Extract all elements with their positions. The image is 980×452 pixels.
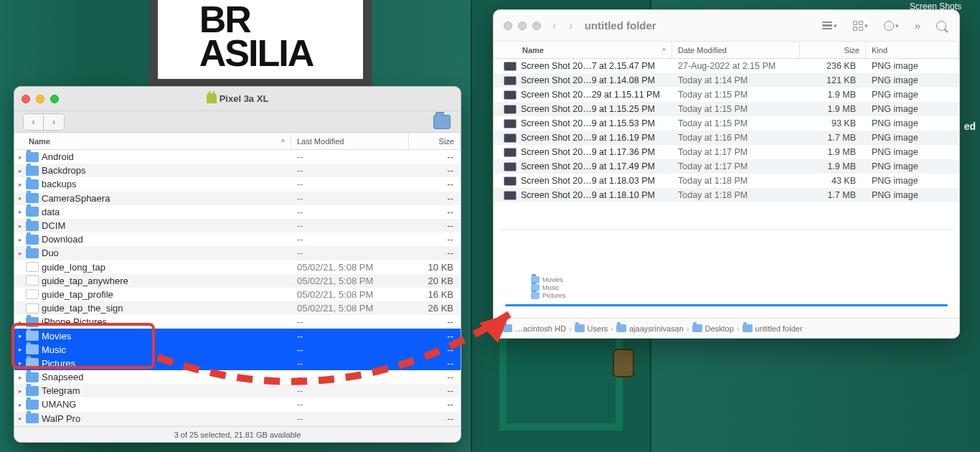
folder-row[interactable]: ▸Android----	[14, 150, 461, 164]
folder-row[interactable]: ▸CameraSphaera----	[14, 192, 461, 205]
toolbar: ‹ ›	[14, 111, 461, 133]
file-row[interactable]: Screen Shot 20…9 at 1.17.49 PMToday at 1…	[494, 159, 959, 174]
window-zoom-button[interactable]	[532, 22, 541, 30]
folder-row[interactable]: ▸UMANG----	[14, 397, 461, 411]
new-folder-button[interactable]	[433, 115, 451, 129]
disclosure-triangle-icon[interactable]: ▸	[14, 346, 26, 353]
item-size: --	[409, 344, 461, 355]
item-modified: 05/02/21, 5:08 PM	[291, 262, 409, 273]
file-row[interactable]: Screen Shot 20…9 at 1.15.53 PMToday at 1…	[494, 116, 959, 131]
folder-icon	[26, 331, 39, 341]
folder-row[interactable]: ▸Telegram----	[14, 384, 461, 397]
folder-row[interactable]: ▸Music----	[14, 343, 461, 357]
file-row[interactable]: Screen Shot 20…9 at 1.15.25 PMToday at 1…	[494, 102, 959, 116]
path-segment[interactable]: untitled folder	[755, 324, 803, 333]
disclosure-triangle-icon[interactable]: ▸	[14, 359, 26, 367]
item-name: Screen Shot 20…9 at 1.17.36 PM	[521, 147, 672, 157]
folder-row[interactable]: ▸Download----	[14, 232, 461, 246]
disclosure-triangle-icon[interactable]: ▸	[14, 181, 26, 188]
folder-row[interactable]: ▸Duo----	[14, 246, 461, 260]
file-row[interactable]: Screen Shot 20…9 at 1.18.03 PMToday at 1…	[494, 174, 959, 188]
nav-forward-button[interactable]: ›	[44, 114, 64, 130]
disclosure-triangle-icon[interactable]: ▸	[14, 208, 26, 215]
column-header-row[interactable]: Name^ Last Modified Size	[14, 133, 461, 150]
disclosure-triangle-icon[interactable]: ▸	[14, 154, 26, 161]
finder-window-pixel3a[interactable]: Pixel 3a XL ‹ › Name^ Last Modified Size…	[14, 86, 461, 443]
disclosure-triangle-icon[interactable]: ▸	[14, 236, 26, 243]
file-row[interactable]: Screen Shot 20…7 at 2.15.47 PM27-Aug-202…	[494, 59, 959, 73]
folder-icon	[26, 413, 39, 423]
file-row[interactable]: Screen Shot 20…29 at 1.15.11 PMToday at …	[494, 88, 959, 102]
titlebar[interactable]: Pixel 3a XL	[14, 87, 461, 111]
view-options-button[interactable]: ▾	[850, 19, 871, 33]
folder-row[interactable]: ▸Backdrops----	[14, 164, 461, 177]
file-row[interactable]: guide_long_tap05/02/21, 5:08 PM10 KB	[14, 260, 461, 274]
folder-row[interactable]: ▸iPhone Pictures----	[14, 315, 461, 329]
titlebar[interactable]: ‹ › untitled folder ▾ ▾ ···▾ »	[494, 10, 959, 42]
action-menu-button[interactable]: ···▾	[881, 19, 902, 33]
disclosure-triangle-icon[interactable]: ▸	[14, 374, 26, 381]
disclosure-triangle-icon[interactable]: ▸	[14, 332, 26, 339]
item-modified: 05/02/21, 5:08 PM	[291, 289, 409, 300]
file-row[interactable]: guide_tap_anywhere05/02/21, 5:08 PM20 KB	[14, 274, 461, 288]
disclosure-triangle-icon[interactable]: ▸	[14, 222, 26, 230]
folder-row[interactable]: ▸data----	[14, 205, 461, 219]
path-segment[interactable]: Users	[588, 324, 608, 333]
disclosure-triangle-icon[interactable]: ▸	[14, 401, 26, 408]
folder-icon	[26, 193, 39, 203]
file-list[interactable]: ▸Android----▸Backdrops----▸backups----▸C…	[14, 150, 461, 427]
item-kind: PNG image	[866, 104, 959, 114]
column-header-modified[interactable]: Last Modified	[291, 133, 409, 149]
disclosure-triangle-icon[interactable]: ▸	[14, 250, 26, 257]
file-row[interactable]: guide_tap_the_sign05/02/21, 5:08 PM26 KB	[14, 301, 461, 315]
item-name: Backdrops	[42, 165, 291, 176]
folder-row[interactable]: ▸Movies----	[14, 329, 461, 342]
item-size: 1.9 MB	[800, 147, 866, 157]
file-row[interactable]: Screen Shot 20…9 at 1.16.19 PMToday at 1…	[494, 131, 959, 145]
drag-ghost: MoviesMusicPictures	[531, 276, 566, 299]
file-row[interactable]: Screen Shot 20…9 at 1.18.10 PMToday at 1…	[494, 188, 959, 202]
disclosure-triangle-icon[interactable]: ▸	[14, 167, 26, 174]
column-header-size[interactable]: Size	[409, 133, 461, 149]
file-list[interactable]: Screen Shot 20…7 at 2.15.47 PM27-Aug-202…	[494, 59, 959, 202]
nav-back-button[interactable]: ‹	[24, 114, 44, 130]
path-segment[interactable]: ajaaysrinivasan	[629, 324, 684, 333]
window-close-button[interactable]	[504, 22, 512, 30]
column-header-name[interactable]: Name^	[14, 133, 291, 149]
folder-row[interactable]: ▸Pictures----	[14, 357, 461, 370]
view-as-list-button[interactable]: ▾	[819, 19, 840, 32]
column-header-kind[interactable]: Kind	[866, 42, 959, 58]
column-header-modified[interactable]: Date Modified	[672, 42, 800, 58]
file-row[interactable]: Screen Shot 20…9 at 1.17.36 PMToday at 1…	[494, 145, 959, 159]
overflow-button[interactable]: »	[912, 17, 923, 34]
folder-row[interactable]: ▸WalP Pro----	[14, 412, 461, 425]
path-segment[interactable]: …acintosh HD	[515, 324, 566, 333]
disclosure-triangle-icon[interactable]: ▸	[14, 415, 26, 422]
drop-target-area[interactable]: MoviesMusicPictures	[500, 229, 953, 306]
item-size: --	[409, 385, 461, 396]
column-header-size[interactable]: Size	[800, 42, 866, 58]
folder-icon	[26, 235, 39, 245]
item-modified: --	[291, 372, 409, 382]
column-header-row[interactable]: Name^ Date Modified Size Kind	[494, 42, 959, 59]
item-size: 26 KB	[409, 303, 461, 314]
file-row[interactable]: Screen Shot 20…9 at 1.14.08 PMToday at 1…	[494, 73, 959, 88]
search-button[interactable]	[933, 19, 949, 33]
finder-window-untitled[interactable]: ‹ › untitled folder ▾ ▾ ···▾ » Name^ Dat…	[493, 9, 960, 339]
window-minimize-button[interactable]	[518, 22, 527, 30]
folder-row[interactable]: ▸DCIM----	[14, 219, 461, 232]
disclosure-triangle-icon[interactable]: ▸	[14, 319, 26, 326]
path-bar[interactable]: …acintosh HD› Users› ajaaysrinivasan› De…	[494, 318, 959, 338]
path-segment[interactable]: Desktop	[705, 324, 734, 333]
image-file-icon	[504, 62, 517, 71]
column-header-name[interactable]: Name^	[494, 42, 672, 58]
item-modified: 05/02/21, 5:08 PM	[291, 276, 409, 286]
file-row[interactable]: guide_tap_profile05/02/21, 5:08 PM16 KB	[14, 288, 461, 301]
nav-forward-button[interactable]: ›	[567, 19, 574, 32]
nav-back-button[interactable]: ‹	[551, 19, 557, 32]
disclosure-triangle-icon[interactable]: ▸	[14, 194, 26, 202]
folder-row[interactable]: ▸backups----	[14, 177, 461, 191]
folder-row[interactable]: ▸Snapseed----	[14, 370, 461, 384]
item-size: --	[409, 179, 461, 189]
disclosure-triangle-icon[interactable]: ▸	[14, 387, 26, 395]
